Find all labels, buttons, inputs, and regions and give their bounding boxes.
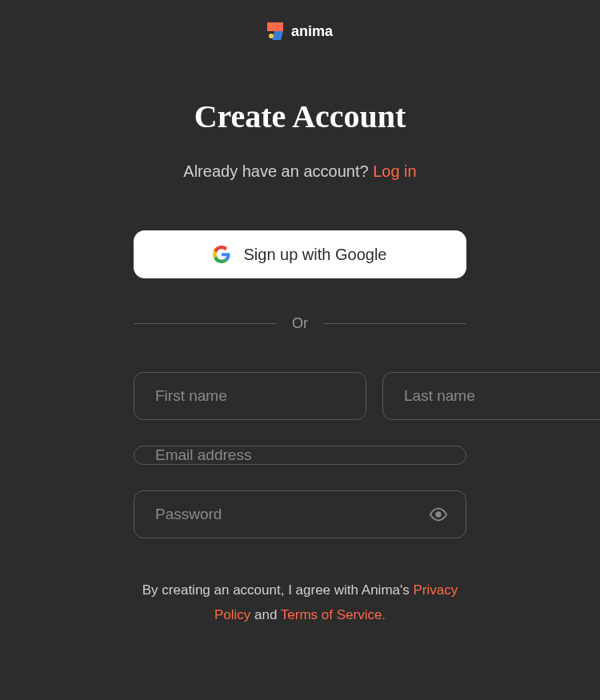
login-link[interactable]: Log in — [373, 162, 417, 180]
google-button-label: Sign up with Google — [243, 246, 386, 264]
google-signup-button[interactable]: Sign up with Google — [134, 230, 466, 278]
first-name-field[interactable] — [134, 372, 366, 420]
divider-line-left — [134, 323, 276, 324]
terms-of-service-link[interactable]: Terms of Service. — [281, 607, 386, 622]
signup-form — [134, 372, 466, 538]
svg-point-1 — [269, 34, 274, 38]
email-field[interactable] — [134, 446, 466, 465]
password-wrapper — [134, 490, 466, 538]
divider-line-right — [324, 323, 466, 324]
terms-prefix: By creating an account, I agree with Ani… — [142, 582, 414, 598]
divider-text: Or — [292, 315, 308, 332]
login-prompt: Already have an account? Log in — [183, 162, 416, 181]
name-row — [134, 372, 466, 420]
password-field[interactable] — [134, 490, 466, 538]
google-icon — [213, 246, 230, 263]
divider: Or — [134, 315, 466, 332]
last-name-field[interactable] — [382, 372, 600, 420]
brand-name: anima — [291, 23, 333, 40]
login-prompt-text: Already have an account? — [183, 162, 373, 180]
eye-icon[interactable] — [430, 506, 447, 523]
terms-conjunction: and — [250, 607, 281, 622]
page-title: Create Account — [194, 98, 406, 135]
terms-text: By creating an account, I agree with Ani… — [134, 578, 466, 627]
anima-logo-icon — [267, 22, 283, 40]
svg-rect-0 — [272, 31, 283, 40]
brand-logo: anima — [267, 22, 333, 40]
svg-point-2 — [436, 512, 441, 517]
